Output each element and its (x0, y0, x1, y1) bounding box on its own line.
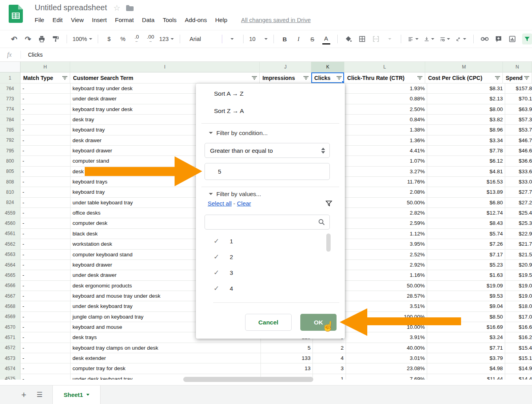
menu-addons[interactable]: Add-ons (185, 17, 207, 23)
cell-clicks[interactable]: 2 (313, 343, 346, 353)
sort-a-z-option[interactable]: Sort A → Z (214, 90, 244, 97)
font-size-select[interactable]: 10 (251, 33, 266, 44)
cell-spend[interactable]: $25.3 (505, 218, 532, 228)
select-all-link[interactable]: Select all (208, 200, 232, 207)
cell-match-type[interactable]: - (20, 83, 71, 94)
cell-cpc[interactable]: $4.98 (427, 363, 505, 374)
row-number[interactable]: 4564 (0, 260, 20, 270)
move-to-folder-icon[interactable] (126, 5, 134, 11)
cell-match-type[interactable]: - (20, 260, 71, 270)
cell-spend[interactable]: $53.7 (505, 125, 532, 135)
cell-spend[interactable]: $18.0 (505, 301, 532, 311)
cell-match-type[interactable]: - (20, 135, 71, 146)
fill-color-button[interactable] (344, 33, 352, 44)
row-number[interactable]: 773 (0, 94, 20, 104)
cell-ctr[interactable]: 1.12% (346, 229, 427, 239)
font-family-dropdown[interactable] (228, 33, 236, 44)
insert-chart-button[interactable] (508, 33, 516, 44)
cell-spend[interactable]: $16.2 (505, 332, 532, 343)
cell-cpc[interactable]: $13.89 (427, 187, 505, 197)
header-cell-spend[interactable]: Spend (503, 72, 532, 83)
cell-match-type[interactable]: - (20, 187, 71, 197)
italic-button[interactable]: I (295, 33, 303, 44)
cell-match-type[interactable]: - (20, 218, 71, 228)
condition-select[interactable]: Greater than or equal to (205, 143, 330, 158)
condition-value-input[interactable]: 5 (205, 163, 330, 180)
cell-ctr[interactable]: 3.01% (346, 353, 427, 363)
header-cell-search-term[interactable]: Customer Search Term (70, 72, 260, 83)
cell-ctr[interactable]: 7.69% (346, 374, 427, 380)
column-filter-icon[interactable] (62, 76, 67, 80)
filter-value-row[interactable]: ✓ 1 (196, 233, 345, 249)
cell-ctr[interactable]: 1.38% (346, 125, 427, 135)
cell-match-type[interactable]: - (20, 343, 71, 353)
cell-spend[interactable]: $15.1 (505, 353, 532, 363)
cell-spend[interactable]: $27.7 (505, 187, 532, 197)
cell-spend[interactable]: $33.0 (505, 177, 532, 187)
print-button[interactable] (38, 33, 46, 44)
row-number[interactable]: 4568 (0, 301, 20, 311)
cell-spend[interactable]: $46.7 (505, 135, 532, 146)
menu-edit[interactable]: Edit (52, 17, 63, 23)
sheet-tab-dropdown-icon[interactable] (86, 394, 89, 396)
add-sheet-button[interactable]: + (21, 391, 26, 399)
cell-cpc[interactable]: $7.71 (427, 343, 505, 353)
cell-spend[interactable]: $14.4 (505, 374, 532, 380)
cell-ctr[interactable]: 50.00% (346, 198, 427, 208)
cell-match-type[interactable]: - (20, 94, 71, 104)
horizontal-align-button[interactable] (408, 33, 419, 44)
column-header-k-active[interactable]: K (311, 62, 344, 72)
cell-cpc[interactable]: $19.09 (427, 281, 505, 291)
cell-spend[interactable]: $21.7 (505, 239, 532, 249)
paint-format-button[interactable] (52, 33, 60, 44)
row-number[interactable]: 4570 (0, 322, 20, 332)
column-filter-icon[interactable] (417, 76, 422, 80)
horizontal-scrollbar-thumb[interactable] (183, 377, 313, 382)
row-number[interactable]: 4574 (0, 363, 20, 374)
cell-cpc[interactable]: $8.43 (427, 218, 505, 228)
cell-cpc[interactable]: $3.82 (427, 115, 505, 125)
cell-cpc[interactable]: $7.78 (427, 146, 505, 156)
selection-fill-handle[interactable] (342, 81, 344, 83)
row-number[interactable]: 784 (0, 115, 20, 125)
row-number[interactable]: 774 (0, 104, 20, 115)
cell-cpc[interactable]: $7.17 (427, 250, 505, 260)
cell-match-type[interactable]: - (20, 353, 71, 363)
select-all-corner[interactable] (0, 62, 20, 72)
cell-match-type[interactable]: - (20, 156, 71, 166)
cell-ctr[interactable]: 2.92% (346, 260, 427, 270)
cell-match-type[interactable]: - (20, 167, 71, 177)
cell-match-type[interactable]: - (20, 229, 71, 239)
cell-clicks[interactable]: 1 (313, 374, 346, 380)
cell-match-type[interactable]: - (20, 115, 71, 125)
cell-clicks[interactable]: 3 (313, 363, 346, 374)
cell-match-type[interactable]: - (20, 239, 71, 249)
cell-spend[interactable]: $70.1 (505, 94, 532, 104)
cell-ctr[interactable]: 2.50% (346, 104, 427, 115)
cell-ctr[interactable]: 1.16% (346, 270, 427, 280)
cell-search-term[interactable]: desk extender (71, 353, 261, 363)
filter-value-row[interactable]: ✓ 4 (196, 280, 345, 296)
menu-tools[interactable]: Tools (163, 17, 177, 23)
cell-match-type[interactable]: - (20, 332, 71, 343)
cell-cpc[interactable]: $1.63 (427, 270, 505, 280)
cell-cpc[interactable]: $4.81 (427, 167, 505, 177)
filter-values-icon[interactable] (326, 200, 332, 207)
number-format-button[interactable]: 123 (160, 33, 173, 44)
menu-format[interactable]: Format (115, 17, 134, 23)
cell-match-type[interactable]: - (20, 322, 71, 332)
cell-ctr[interactable]: 1.07% (346, 156, 427, 166)
redo-button[interactable]: ↷ (24, 33, 32, 44)
header-cell-ctr[interactable]: Click-Thru Rate (CTR) (344, 72, 425, 83)
cell-match-type[interactable]: - (20, 291, 71, 301)
column-filter-icon[interactable] (252, 76, 257, 80)
cell-cpc[interactable]: $8.96 (427, 125, 505, 135)
merge-cells-button[interactable] (372, 33, 380, 44)
cancel-button[interactable]: Cancel (245, 314, 292, 331)
cell-cpc[interactable]: $8.00 (427, 104, 505, 115)
star-icon[interactable]: ☆ (113, 4, 120, 12)
cell-cpc[interactable]: $16.53 (427, 177, 505, 187)
cell-ctr[interactable]: 4.41% (346, 146, 427, 156)
column-filter-icon[interactable] (524, 76, 529, 80)
cell-spend[interactable]: $22.9 (505, 229, 532, 239)
